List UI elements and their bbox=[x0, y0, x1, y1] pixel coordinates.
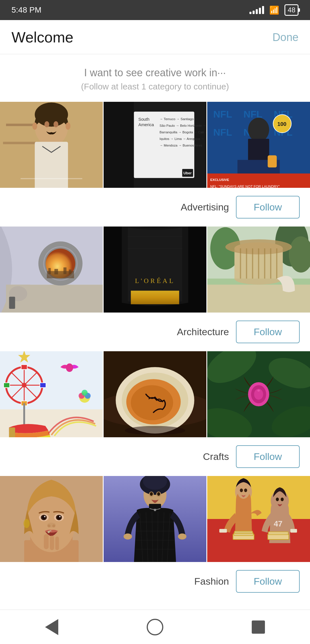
fashion-image-3: 47 bbox=[206, 476, 310, 562]
svg-text:Iquitos → Lima → Arequipa →: Iquitos → Lima → Arequipa → bbox=[160, 137, 204, 140]
svg-rect-2 bbox=[3, 142, 39, 144]
svg-rect-167 bbox=[268, 532, 288, 535]
crafts-image-3 bbox=[206, 351, 310, 437]
category-fashion: 47 Fashion Follow bbox=[0, 476, 310, 601]
architecture-image-grid: L'ORÉAL bbox=[0, 227, 310, 313]
svg-rect-48 bbox=[63, 268, 67, 274]
architecture-category-row: Architecture Follow bbox=[0, 313, 310, 351]
svg-rect-21 bbox=[104, 102, 134, 188]
svg-rect-86 bbox=[40, 383, 46, 388]
advertising-image-2: South America → Temuco → Santiago → São … bbox=[103, 102, 206, 188]
svg-point-30 bbox=[248, 118, 269, 142]
recent-apps-icon bbox=[252, 620, 265, 634]
svg-point-129 bbox=[52, 524, 55, 528]
svg-rect-168 bbox=[219, 529, 227, 533]
crafts-follow-button[interactable]: Follow bbox=[236, 445, 300, 468]
svg-point-151 bbox=[123, 534, 132, 540]
architecture-image-1 bbox=[0, 227, 103, 313]
fashion-image-2 bbox=[103, 476, 206, 562]
architecture-label: Architecture bbox=[177, 326, 229, 337]
wifi-icon: 📶 bbox=[269, 5, 279, 15]
category-crafts: Crafts Follow bbox=[0, 351, 310, 476]
svg-text:100: 100 bbox=[277, 121, 286, 127]
svg-point-89 bbox=[66, 364, 73, 372]
fashion-follow-button[interactable]: Follow bbox=[236, 570, 300, 593]
svg-point-174 bbox=[276, 497, 279, 501]
svg-text:South: South bbox=[138, 117, 150, 122]
svg-rect-169 bbox=[290, 529, 297, 533]
svg-rect-88 bbox=[9, 428, 15, 437]
architecture-image-3 bbox=[206, 227, 310, 313]
svg-text:NFL: NFL bbox=[213, 109, 232, 120]
done-button[interactable]: Done bbox=[272, 31, 299, 44]
svg-rect-49 bbox=[69, 270, 71, 274]
svg-rect-160 bbox=[207, 540, 310, 562]
svg-rect-83 bbox=[21, 365, 27, 370]
crafts-image-1 bbox=[0, 351, 103, 437]
svg-point-131 bbox=[24, 519, 30, 528]
architecture-follow-button[interactable]: Follow bbox=[236, 321, 300, 343]
back-icon bbox=[45, 619, 58, 635]
svg-rect-1 bbox=[6, 124, 36, 126]
advertising-label: Advertising bbox=[181, 202, 229, 213]
svg-rect-4 bbox=[35, 142, 68, 188]
advertising-image-1: Ad bbox=[0, 102, 103, 188]
svg-point-128 bbox=[47, 524, 51, 528]
back-button[interactable] bbox=[40, 616, 63, 639]
svg-text:→ Temuco → Santiago →: → Temuco → Santiago → bbox=[160, 117, 198, 121]
svg-text:America: America bbox=[138, 122, 154, 127]
svg-point-8 bbox=[32, 122, 37, 130]
svg-point-6 bbox=[44, 121, 49, 127]
svg-rect-33 bbox=[268, 155, 277, 167]
status-time: 5:48 PM bbox=[11, 5, 41, 15]
advertising-category-row: Advertising Follow bbox=[0, 188, 310, 227]
page-title: Welcome bbox=[11, 29, 73, 46]
advertising-follow-button[interactable]: Follow bbox=[236, 196, 300, 218]
svg-rect-132 bbox=[44, 534, 49, 549]
fashion-image-grid: 47 bbox=[0, 476, 310, 562]
svg-point-9 bbox=[65, 122, 70, 130]
svg-point-155 bbox=[150, 492, 153, 496]
crafts-image-2 bbox=[103, 351, 206, 437]
svg-rect-133 bbox=[50, 536, 54, 550]
advertising-image-grid: Ad bbox=[0, 102, 310, 188]
svg-text:Uber: Uber bbox=[183, 171, 192, 175]
fashion-image-1 bbox=[0, 476, 103, 562]
svg-rect-52 bbox=[9, 297, 15, 309]
svg-point-101 bbox=[125, 426, 185, 435]
battery-indicator: 48 bbox=[284, 4, 299, 16]
home-button[interactable] bbox=[144, 616, 166, 639]
svg-text:São Paulo → Belo Horizonte →: São Paulo → Belo Horizonte → bbox=[160, 124, 206, 127]
svg-point-100 bbox=[131, 385, 173, 420]
subtitle-section: I want to see creative work in··· (Follo… bbox=[0, 54, 310, 102]
svg-text:47: 47 bbox=[274, 519, 282, 528]
home-icon bbox=[147, 619, 163, 635]
signal-icon bbox=[249, 6, 264, 14]
category-architecture: L'ORÉAL bbox=[0, 227, 310, 351]
crafts-image-grid bbox=[0, 351, 310, 437]
svg-point-125 bbox=[44, 516, 45, 517]
fashion-label: Fashion bbox=[194, 576, 229, 587]
fashion-category-row: Fashion Follow bbox=[0, 562, 310, 601]
svg-point-175 bbox=[281, 497, 284, 501]
page-header: Welcome Done bbox=[0, 20, 310, 54]
svg-rect-85 bbox=[4, 383, 10, 388]
svg-rect-46 bbox=[48, 268, 51, 274]
subtitle-sub: (Follow at least 1 category to continue) bbox=[11, 82, 299, 91]
svg-point-172 bbox=[240, 489, 243, 492]
svg-rect-47 bbox=[55, 269, 58, 274]
subtitle-main: I want to see creative work in··· bbox=[11, 67, 299, 79]
svg-text:→ Mendoza → Buenos Aires: → Mendoza → Buenos Aires bbox=[160, 144, 202, 147]
svg-text:NFL: NFL bbox=[213, 127, 232, 138]
svg-point-173 bbox=[244, 489, 247, 492]
svg-point-157 bbox=[154, 509, 156, 511]
svg-point-130 bbox=[48, 531, 50, 533]
svg-point-156 bbox=[157, 492, 160, 496]
bottom-navigation bbox=[0, 610, 310, 644]
svg-point-7 bbox=[53, 121, 58, 127]
crafts-label: Crafts bbox=[203, 451, 229, 462]
svg-text:L'ORÉAL: L'ORÉAL bbox=[135, 277, 175, 284]
recent-apps-button[interactable] bbox=[247, 616, 270, 639]
svg-rect-134 bbox=[55, 536, 59, 550]
svg-text:EXCLUSIVE: EXCLUSIVE bbox=[210, 178, 229, 182]
